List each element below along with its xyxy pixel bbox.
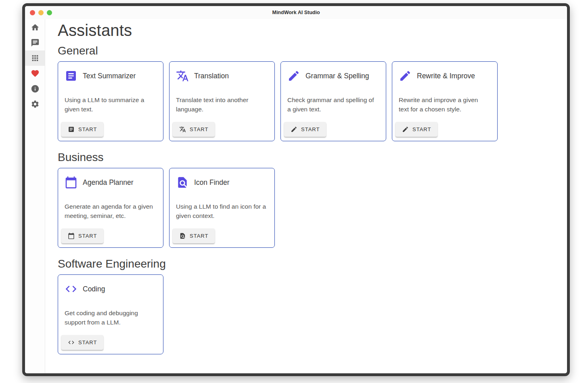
card-translation: Translation Translate text into another … <box>169 61 275 141</box>
card-description: Using a LLM to summarize a given text. <box>65 95 157 114</box>
sidebar-item-assistants[interactable] <box>25 50 45 66</box>
edit-pencil-icon <box>291 126 297 133</box>
sidebar-item-chat[interactable] <box>25 35 45 50</box>
sidebar-item-favorites[interactable] <box>25 66 45 81</box>
translate-icon <box>176 69 189 82</box>
card-title: Rewrite & Improve <box>417 72 475 80</box>
calendar-icon <box>65 176 77 189</box>
close-button[interactable] <box>30 10 35 15</box>
titlebar: MindWork AI Studio <box>25 6 567 19</box>
card-header: Icon Finder <box>176 176 268 189</box>
chat-icon <box>31 38 40 47</box>
app-window: MindWork AI Studio Assi <box>22 3 570 376</box>
card-coding: Coding Get coding and debugging support … <box>58 274 163 354</box>
apps-icon <box>31 54 40 63</box>
zoom-button[interactable] <box>47 10 52 15</box>
card-title: Icon Finder <box>194 178 230 187</box>
cards-row-business: Agenda Planner Generate an agenda for a … <box>58 168 555 248</box>
main-content: Assistants General Text Summarizer Using… <box>45 19 567 373</box>
sidebar-item-about[interactable] <box>25 81 45 96</box>
card-title: Grammar & Spelling <box>306 72 369 80</box>
card-description: Using a LLM to find an icon for a given … <box>176 202 268 220</box>
edit-pencil-icon <box>399 69 412 82</box>
sidebar-item-home[interactable] <box>25 20 45 35</box>
sidebar <box>25 19 45 373</box>
card-description: Generate an agenda for a given meeting, … <box>65 202 157 220</box>
section-title-general: General <box>58 44 555 57</box>
card-header: Translation <box>176 69 268 82</box>
card-description: Rewrite and improve a given text for a c… <box>399 95 491 114</box>
home-icon <box>31 23 40 32</box>
start-button-label: START <box>190 126 208 132</box>
start-button-translation[interactable]: START <box>173 122 215 137</box>
card-header: Rewrite & Improve <box>399 69 491 82</box>
start-button-label: START <box>412 126 431 132</box>
article-icon <box>68 126 75 133</box>
page-title: Assistants <box>58 21 555 40</box>
heart-icon <box>31 69 40 78</box>
card-rewrite-improve: Rewrite & Improve Rewrite and improve a … <box>392 61 498 141</box>
card-title: Agenda Planner <box>83 178 134 187</box>
find-in-page-icon <box>176 176 189 189</box>
card-title: Text Summarizer <box>83 72 136 80</box>
card-title: Translation <box>194 72 229 80</box>
start-button-label: START <box>78 126 97 132</box>
card-title: Coding <box>83 285 105 293</box>
start-button-label: START <box>301 126 320 132</box>
section-title-software-engineering: Software Engineering <box>58 257 555 270</box>
card-description: Get coding and debugging support from a … <box>65 308 157 327</box>
card-icon-finder: Icon Finder Using a LLM to find an icon … <box>169 168 275 248</box>
start-button-label: START <box>78 339 97 345</box>
start-button-label: START <box>190 233 208 239</box>
card-header: Coding <box>65 283 157 295</box>
calendar-icon <box>68 232 75 239</box>
edit-pencil-icon <box>287 69 300 82</box>
minimize-button[interactable] <box>38 10 44 15</box>
traffic-lights <box>30 10 52 15</box>
start-button-rewrite-improve[interactable]: START <box>395 122 437 137</box>
start-button-agenda-planner[interactable]: START <box>61 228 103 243</box>
start-button-icon-finder[interactable]: START <box>173 228 215 243</box>
code-icon <box>68 339 75 346</box>
start-button-coding[interactable]: START <box>61 335 103 350</box>
card-description: Check grammar and spelling of a given te… <box>287 95 379 114</box>
find-in-page-icon <box>179 232 186 239</box>
settings-icon <box>31 100 40 109</box>
start-button-text-summarizer[interactable]: START <box>61 122 103 137</box>
card-header: Text Summarizer <box>65 69 157 82</box>
sidebar-item-settings[interactable] <box>25 96 45 112</box>
cards-row-general: Text Summarizer Using a LLM to summarize… <box>58 61 555 141</box>
code-icon <box>65 283 77 295</box>
card-grammar-spelling: Grammar & Spelling Check grammar and spe… <box>280 61 386 141</box>
translate-icon <box>179 126 186 133</box>
section-title-business: Business <box>58 151 555 164</box>
card-description: Translate text into another language. <box>176 95 268 114</box>
card-agenda-planner: Agenda Planner Generate an agenda for a … <box>58 168 163 248</box>
start-button-grammar-spelling[interactable]: START <box>284 122 326 137</box>
cards-row-software-engineering: Coding Get coding and debugging support … <box>58 274 555 354</box>
edit-pencil-icon <box>402 126 409 133</box>
start-button-label: START <box>78 233 97 239</box>
card-header: Grammar & Spelling <box>287 69 379 82</box>
card-header: Agenda Planner <box>65 176 157 189</box>
article-icon <box>65 69 77 82</box>
card-text-summarizer: Text Summarizer Using a LLM to summarize… <box>58 61 163 141</box>
info-icon <box>31 84 40 93</box>
window-title: MindWork AI Studio <box>25 10 567 15</box>
